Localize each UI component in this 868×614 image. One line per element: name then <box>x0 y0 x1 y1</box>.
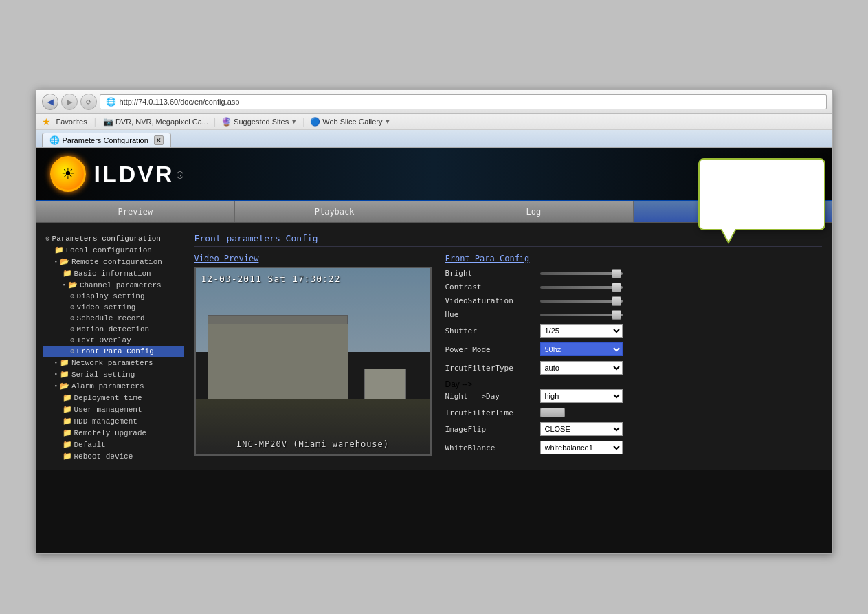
sidebar-item-user-management[interactable]: 📁 User management <box>43 404 184 415</box>
config-row-contrast: Contrast <box>445 283 822 292</box>
default-folder-icon: 📁 <box>63 440 72 449</box>
params-config-icon: ⚙ <box>46 234 50 243</box>
webslice-icon: 🔵 <box>310 117 320 127</box>
schedule-tool-icon: ⚙ <box>71 314 75 322</box>
whiteblance-label: WhiteBlance <box>445 443 535 452</box>
nightday-label: Night--->Day <box>445 392 535 401</box>
shutter-label: Shutter <box>445 327 535 336</box>
sidebar: ⚙ Parameters configuration 📁 Local confi… <box>43 230 184 463</box>
config-row-ircutfiltertype: IrcutFilterType auto day night <box>445 361 822 375</box>
video-tool-icon: ⚙ <box>71 303 75 311</box>
sidebar-item-text-overlay[interactable]: ⚙ Text Overlay <box>43 335 184 346</box>
sidebar-item-alarm-params[interactable]: ▪ 📂 Alarm parameters <box>43 380 184 392</box>
sidebar-item-schedule-record[interactable]: ⚙ Schedule record <box>43 313 184 324</box>
config-row-imageflip: ImageFlip CLOSE OPEN <box>445 422 822 436</box>
config-panel: Front Para Config Bright Contrast <box>445 254 822 459</box>
hue-thumb[interactable] <box>612 310 621 320</box>
sidebar-item-params-config[interactable]: ⚙ Parameters configuration <box>43 233 184 244</box>
serial-expand-icon: ▪ <box>54 371 58 378</box>
suggested-icon: 🔮 <box>221 117 232 127</box>
bright-slider[interactable] <box>540 272 623 275</box>
serial-folder-icon: 📁 <box>60 370 69 379</box>
ircutfiltertime-slider[interactable] <box>540 408 565 417</box>
config-row-videosaturation: VideoSaturation <box>445 296 822 305</box>
imageflip-label: ImageFlip <box>445 425 535 434</box>
dvr-content: ⚙ Parameters configuration 📁 Local confi… <box>36 223 832 470</box>
hdd-folder-icon: 📁 <box>63 417 72 426</box>
remote-folder-icon: 📂 <box>60 257 69 266</box>
suggested-arrow: ▼ <box>291 118 297 125</box>
ircutfiltertype-select[interactable]: auto day night <box>540 361 623 375</box>
fav-item-webslice[interactable]: 🔵 Web Slice Gallery ▼ <box>310 117 390 127</box>
alarm-folder-icon: 📂 <box>60 382 69 391</box>
main-area: Front parameters Config Video Preview 12… <box>191 230 825 463</box>
whiteblance-select[interactable]: whitebalance1 whitebalance2 <box>540 441 623 454</box>
forward-button[interactable]: ▶ <box>61 94 78 110</box>
deployment-folder-icon: 📁 <box>63 393 72 402</box>
local-folder-icon: 📁 <box>54 245 64 254</box>
config-row-ircutfiltertime: IrcutFilterTime <box>445 408 822 417</box>
display-tool-icon: ⚙ <box>71 292 75 300</box>
network-folder-icon: 📁 <box>60 358 69 367</box>
sidebar-item-channel-params[interactable]: ▪ 📂 Channel parameters <box>43 279 184 291</box>
remotely-folder-icon: 📁 <box>63 428 72 437</box>
sidebar-item-hdd-management[interactable]: 📁 HDD management <box>43 415 184 427</box>
motion-tool-icon: ⚙ <box>71 325 75 333</box>
nav-preview[interactable]: Preview <box>36 201 236 222</box>
sidebar-item-front-para-config[interactable]: ⚙ Front Para Config <box>43 346 184 357</box>
fav-item-suggested[interactable]: 🔮 Suggested Sites ▼ <box>221 117 297 127</box>
sidebar-item-network-params[interactable]: ▪ 📁 Network parameters <box>43 357 184 369</box>
videosaturation-thumb[interactable] <box>612 296 621 306</box>
ircutfiltertime-label: IrcutFilterTime <box>445 408 535 417</box>
sidebar-item-reboot-device[interactable]: 📁 Reboot device <box>43 450 184 462</box>
config-label: Front Para Config <box>445 254 822 263</box>
logo-text: ILDVR <box>94 161 175 187</box>
imageflip-select[interactable]: CLOSE OPEN <box>540 422 623 436</box>
tab-params-config[interactable]: 🌐 Parameters Configuration ✕ <box>42 133 171 147</box>
sidebar-item-video-setting[interactable]: ⚙ Video setting <box>43 302 184 313</box>
fav-item-dvr[interactable]: 📷 DVR, NVR, Megapixel Ca... <box>103 117 208 127</box>
sidebar-item-display-setting[interactable]: ⚙ Display setting <box>43 291 184 302</box>
hue-slider[interactable] <box>540 314 623 316</box>
address-bar[interactable]: 🌐 http://74.0.113.60/doc/en/config.asp <box>100 94 827 109</box>
logo-reg: ® <box>177 170 183 181</box>
fav-sep3: | <box>302 117 304 127</box>
sidebar-item-remote-config[interactable]: ▪ 📂 Remote configuration <box>43 256 184 267</box>
dvr-logo: ☀ ILDVR ® <box>50 156 184 192</box>
sidebar-item-basic-info[interactable]: 📁 Basic information <box>43 267 184 279</box>
video-section: Video Preview 12-03-2011 Sat 17:30:22 <box>194 254 432 456</box>
videosaturation-slider[interactable] <box>540 300 623 303</box>
remote-expand-icon: ▪ <box>54 259 58 265</box>
powermode-label: Power Mode <box>445 345 535 354</box>
back-button[interactable]: ◀ <box>42 94 58 110</box>
sidebar-item-deployment-time[interactable]: 📁 Deployment time <box>43 392 184 404</box>
sidebar-item-local-config[interactable]: 📁 Local configuration <box>43 244 184 256</box>
config-row-bright: Bright <box>445 269 822 278</box>
nav-log[interactable]: Log <box>434 201 634 222</box>
dvr-interface: ☀ ILDVR ® Preview Playback Log <box>36 148 832 553</box>
address-icon: 🌐 <box>106 97 116 107</box>
sidebar-item-serial-setting[interactable]: ▪ 📁 Serial setting <box>43 369 184 380</box>
logo-text-container: ILDVR ® <box>94 161 184 188</box>
tab-label: Parameters Configuration <box>63 136 148 144</box>
sidebar-item-default[interactable]: 📁 Default <box>43 439 184 450</box>
powermode-select[interactable]: 50hz 60hz <box>540 342 623 356</box>
favorites-bar: ★ Favorites | 📷 DVR, NVR, Megapixel Ca..… <box>36 114 832 130</box>
reboot-folder-icon: 📁 <box>63 452 72 461</box>
favorites-label[interactable]: Favorites <box>56 118 87 126</box>
tab-close-btn[interactable]: ✕ <box>154 135 164 145</box>
contrast-thumb[interactable] <box>612 283 621 292</box>
browser-toolbar: ◀ ▶ ⟳ 🌐 http://74.0.113.60/doc/en/config… <box>36 90 832 114</box>
sidebar-item-motion-detection[interactable]: ⚙ Motion detection <box>43 324 184 335</box>
basic-folder-icon: 📁 <box>63 269 72 278</box>
sidebar-item-remotely-upgrade[interactable]: 📁 Remotely upgrade <box>43 427 184 439</box>
shutter-select[interactable]: 1/25 1/50 1/100 <box>540 324 623 338</box>
bright-label: Bright <box>445 269 535 278</box>
contrast-slider[interactable] <box>540 286 623 289</box>
nav-playback[interactable]: Playback <box>235 201 434 222</box>
nightday-select[interactable]: high medium low <box>540 389 623 403</box>
bright-thumb[interactable] <box>612 269 621 278</box>
stop-refresh-button[interactable]: ⟳ <box>80 94 97 110</box>
video-caption: INC-MP20V (Miami warehouse) <box>236 439 389 449</box>
video-timestamp: 12-03-2011 Sat 17:30:22 <box>201 274 341 284</box>
